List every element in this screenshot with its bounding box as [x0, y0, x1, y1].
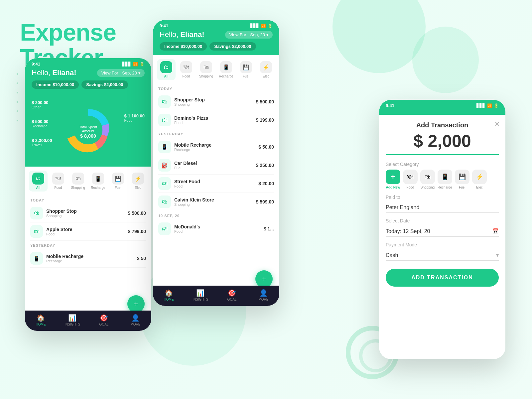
- insights2-nav-icon: 📊: [196, 289, 204, 297]
- shopping2-icon: 🛍: [200, 61, 212, 73]
- yesterday2-label: YESTERDAY: [158, 132, 274, 136]
- cat3-elec[interactable]: ⚡ Elec: [472, 170, 487, 189]
- dot: [17, 73, 18, 75]
- tx2-car-diesel[interactable]: ⛽ Car Diesel Fuel $ 250.00: [158, 156, 274, 175]
- battery-icon-2: 🔋: [268, 24, 273, 28]
- yesterday-label: YESTERDAY: [30, 243, 146, 247]
- nav-more[interactable]: 👤 MORE: [120, 314, 151, 326]
- svg-text:Total Spent: Total Spent: [79, 125, 97, 129]
- savings-badge: Savings $2,000.00: [81, 80, 128, 89]
- date-value: Today: 12 Sept, 20: [386, 228, 430, 234]
- tx-food-icon: 🍽: [30, 225, 43, 238]
- tx2-shopper-stop[interactable]: 🛍 Shopper Stop Shopping $ 500.00: [158, 93, 274, 111]
- more2-nav-icon: 👤: [259, 289, 268, 297]
- cat-add-new[interactable]: + Add New: [386, 170, 400, 189]
- phone-3: 9:41 ▋▋▋ 📶 🔋 Add Transaction ✕ $ 2,000 S…: [379, 100, 505, 359]
- tx2-mc-icon: 🍽: [158, 222, 171, 235]
- tx2-ck-icon: 🛍: [158, 196, 171, 208]
- insights-nav-icon: 📊: [68, 314, 76, 322]
- nav-goal[interactable]: 🎯 GOAL: [88, 314, 120, 326]
- fab-button[interactable]: +: [127, 295, 145, 313]
- fuel2-icon: 💾: [240, 61, 252, 73]
- bottom-nav-phone1: 🏠 HOME 📊 INSIGHTS 🎯 GOAL 👤 MORE: [25, 311, 151, 331]
- tx-mobile-recharge[interactable]: 📱 Mobile Recharge Recharge $ 50: [30, 249, 146, 268]
- phone2-header: 9:41 ▋▋▋ 📶 🔋 Hello, Eliana! View For Sep…: [153, 20, 279, 55]
- nav-home[interactable]: 🏠 HOME: [25, 314, 57, 326]
- cat3-shopping-icon: 🛍: [420, 170, 435, 184]
- cat-tab-recharge[interactable]: 📱 Recharge: [89, 171, 107, 192]
- elec-icon: ⚡: [132, 173, 144, 185]
- view-for-badge-2[interactable]: View For Sep, 20 ▾: [225, 31, 273, 39]
- tx2-mobile-recharge[interactable]: 📱 Mobile Recharge Recharge $ 50.00: [158, 138, 274, 156]
- cat2-tab-recharge[interactable]: 📱 Recharge: [217, 59, 235, 80]
- cat2-tab-shopping[interactable]: 🛍 Shopping: [197, 59, 215, 80]
- chart-area: $ 200.00 Other $ 500.00 Recharge $ 2,300…: [25, 93, 151, 167]
- cat3-shopping[interactable]: 🛍 Shopping: [420, 170, 435, 189]
- tx2-street-food[interactable]: 🍽 Street Food Food $ 20.00: [158, 175, 274, 193]
- cat3-recharge[interactable]: 📱 Recharge: [438, 170, 452, 189]
- select-category-label: Select Category: [386, 162, 499, 167]
- nav2-home[interactable]: 🏠 HOME: [153, 289, 185, 301]
- tx2-mcdonalds[interactable]: 🍽 McDonald's Food $ 1...: [158, 220, 274, 238]
- greeting: Hello, Eliana!: [32, 68, 76, 77]
- cat2-tab-food[interactable]: 🍽 Food: [177, 59, 196, 80]
- add-tx-category-row: + Add New 🍽 Food 🛍 Shopping 📱 Recharge 💾: [386, 170, 499, 189]
- calendar-icon: 📅: [492, 228, 499, 234]
- payment-dropdown[interactable]: Cash ▾: [386, 250, 499, 261]
- dot: [17, 92, 18, 93]
- cat3-elec-icon: ⚡: [472, 170, 487, 184]
- cat-tab-elec[interactable]: ⚡ Elec: [129, 171, 147, 192]
- cat2-tab-elec[interactable]: ⚡ Elec: [257, 59, 275, 80]
- cat2-tab-all[interactable]: 🗂 All: [157, 59, 176, 80]
- greeting-2: Hello, Eliana!: [160, 30, 204, 39]
- today-label: TODAY: [30, 198, 146, 202]
- category-tabs-phone1: 🗂 All 🍽 Food 🛍 Shopping 📱 Recharge 💾 Fue…: [25, 167, 151, 193]
- add-tx-amount: $ 2,000: [386, 131, 499, 155]
- paid-to-input[interactable]: [386, 202, 499, 213]
- cat3-food[interactable]: 🍽 Food: [403, 170, 418, 189]
- date-label: Select Date: [386, 218, 499, 223]
- today2-label: TODAY: [158, 87, 274, 91]
- wifi-icon: 📶: [133, 62, 138, 66]
- view-for-badge[interactable]: View For Sep, 20 ▾: [97, 69, 145, 77]
- add-transaction-button[interactable]: ADD TRANSACTION: [386, 269, 499, 287]
- status-bar: 9:41 ▋▋▋ 📶 🔋: [32, 62, 145, 66]
- fab-button-2[interactable]: +: [255, 270, 273, 288]
- elec2-icon: ⚡: [260, 61, 272, 73]
- cat-tab-shopping[interactable]: 🛍 Shopping: [69, 171, 87, 192]
- date-field[interactable]: Today: 12 Sept, 20 📅: [386, 226, 499, 237]
- battery-icon-3: 🔋: [494, 103, 499, 108]
- status-icons-3: ▋▋▋ 📶 🔋: [476, 103, 499, 108]
- cat3-food-icon: 🍽: [403, 170, 418, 184]
- tx2-dominos[interactable]: 🍽 Domino's Pizza Food $ 199.00: [158, 111, 274, 129]
- category-tabs-phone2: 🗂 All 🍽 Food 🛍 Shopping 📱 Recharge 💾: [153, 55, 279, 81]
- goal-nav-icon: 🎯: [100, 314, 108, 322]
- cat3-fuel[interactable]: 💾 Fuel: [455, 170, 469, 189]
- add-new-icon: +: [386, 170, 400, 184]
- cat-tab-all[interactable]: 🗂 All: [29, 171, 48, 192]
- cat-tab-fuel[interactable]: 💾 Fuel: [109, 171, 127, 192]
- wifi-icon-2: 📶: [261, 24, 266, 28]
- nav-insights[interactable]: 📊 INSIGHTS: [57, 314, 88, 326]
- status-bar-3: 9:41 ▋▋▋ 📶 🔋: [386, 103, 499, 108]
- add-tx-title: Add Transaction: [386, 121, 499, 129]
- nav2-more[interactable]: 👤 MORE: [248, 289, 279, 301]
- time-3: 9:41: [386, 103, 394, 108]
- tx-shopper-stop[interactable]: 🛍 Shopper Stop Shopping $ 500.00: [30, 204, 146, 222]
- income-savings-row-2: Income $10,000.00 Savings $2,000.00: [160, 42, 273, 51]
- tx2-food-icon: 🍽: [158, 114, 171, 126]
- home2-nav-icon: 🏠: [165, 289, 173, 297]
- chart-legend-right: $ 1,100.00 Food: [124, 113, 145, 122]
- status-icons: ▋▋▋ 📶 🔋: [122, 62, 145, 66]
- tx-apple-store[interactable]: 🍽 Apple Store Food $ 799.00: [30, 222, 146, 241]
- income-savings-row: Income $10,000.00 Savings $2,000.00: [32, 80, 145, 89]
- phone-1: 9:41 ▋▋▋ 📶 🔋 Hello, Eliana! View For Sep…: [25, 58, 151, 331]
- cat-tab-food[interactable]: 🍽 Food: [49, 171, 67, 192]
- close-button[interactable]: ✕: [494, 120, 500, 128]
- cat3-fuel-icon: 💾: [455, 170, 469, 184]
- tx2-calvin-klein[interactable]: 🛍 Calvin Klein Store Shopping $ 599.00: [158, 193, 274, 211]
- nav2-insights[interactable]: 📊 INSIGHTS: [185, 289, 216, 301]
- cat2-tab-fuel[interactable]: 💾 Fuel: [237, 59, 255, 80]
- nav2-goal[interactable]: 🎯 GOAL: [216, 289, 248, 301]
- tx2-shopping-icon: 🛍: [158, 95, 171, 108]
